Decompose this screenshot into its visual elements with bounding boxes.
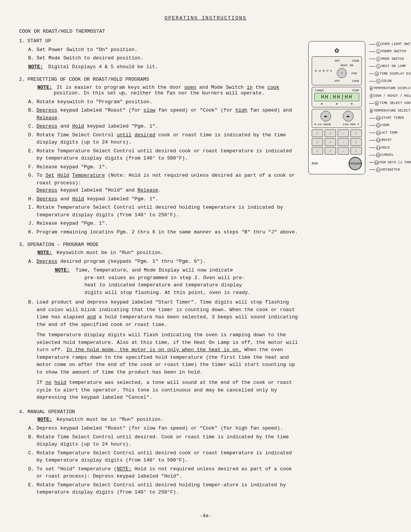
step-4-note: NOTE: Keyswitch must be in "Run" positio…: [37, 417, 301, 422]
diagram-column: ✿ P O W E R: [308, 41, 392, 502]
top-section: P O W E R OFF COOK H: [312, 56, 362, 85]
run-program-row: RUN PROGRAM: [312, 157, 362, 170]
step-4: 4. MANUAL OPERATION NOTE: Keyswitch must…: [19, 408, 301, 496]
step-2-h: H. Depress and Hold keypad labeled "Pgm.…: [28, 195, 301, 203]
step-3-header: 3. OPERATION – PROGRAM MODE: [19, 241, 301, 249]
temp-knob[interactable]: ◀▶: [343, 111, 354, 121]
step-1-num: 1.: [19, 37, 25, 45]
step-4-c: C. Rotate Temperature Select Control unt…: [28, 449, 301, 464]
display-section: TIMER TEMP HH:HH|HH ● ● ●: [312, 87, 362, 107]
step-1-b: B. Set Mode Switch to desired position.: [28, 54, 301, 62]
step-2-c: C. Depress and Hold keypad labeled "Pgm.…: [28, 123, 301, 130]
step-2-f: F. Release keypad "Pgm. 1".: [28, 163, 301, 171]
step-1-title: START UP: [27, 37, 51, 45]
step-4-e: E. Rotate Temperature Select Control unt…: [28, 481, 301, 496]
label-13: 13 ROAST: [369, 138, 411, 142]
display-digits: HH:HH|HH: [314, 93, 359, 101]
heat-on-label: HEAT ON: [335, 64, 359, 67]
step-2-j: J. Release keypad "Pgm. 1".: [28, 220, 301, 227]
label-6: 6 TEMPERATURE DISPLAY DIGITS: [369, 86, 411, 91]
step-2-g: G. To Set Hold Temperature (Note: Hold i…: [28, 172, 301, 194]
sun-icon: ✿: [312, 45, 362, 55]
label-10: 10 START TIMER: [369, 116, 411, 120]
step-3-a: A. Depress desired program (keypads "Pgm…: [28, 258, 301, 297]
step-1-a: A. Set Power Switch to "On" position.: [28, 46, 301, 54]
step-2: 2. PRESETTING OF COOK OR ROAST/HOLD PROG…: [19, 76, 301, 236]
page-number: -4a-: [19, 513, 392, 519]
label-3: 3 HEAT ON LAMP: [369, 64, 411, 69]
step-4-header: 4. MANUAL OPERATION: [19, 408, 301, 416]
key-slash-6[interactable]: /: [350, 138, 362, 146]
page-title: OPERATING INSTRUCTIONS: [19, 15, 392, 21]
step-1: 1. START UP A. Set Power Switch to "On" …: [19, 37, 301, 70]
label-7: 7 COOK / ROAST / HOLD LIGHTS: [369, 94, 411, 98]
power-label: P O W E R: [314, 59, 333, 83]
program-knob[interactable]: PROGRAM: [349, 157, 362, 170]
fan-label: FAN: [351, 72, 357, 75]
key-slash-1[interactable]: /: [312, 129, 323, 137]
label-5: 5 COLON: [369, 79, 411, 83]
keypad-row-2: / / - /: [312, 138, 362, 146]
step-4-a: A. Depress keypad labeled "Roast" (for s…: [28, 425, 301, 432]
step-1-note: NOTE: Digital Displays 4 & 5 should be l…: [28, 63, 301, 71]
step-2-k: K. Program remaining locatins Pgm. 2 thr…: [28, 228, 301, 236]
label-15: 15 CANCEL: [369, 153, 411, 157]
label-1: 1 POWER SWITCH: [369, 49, 411, 54]
label-11: 11 COOK: [369, 123, 411, 128]
run-label: RUN: [312, 162, 318, 166]
label-8: 8 TIME SELECT CONTROL: [369, 101, 411, 105]
diagram-area: ✿ P O W E R: [308, 41, 392, 174]
key-slash-3[interactable]: /: [350, 129, 362, 137]
step-3: 3. OPERATION – PROGRAM MODE NOTE: Keyswi…: [19, 241, 301, 403]
step-2-header: 2. PRESETTING OF COOK OR ROAST/HOLD PROG…: [19, 76, 301, 83]
step-4-b: B. Rotate Time Select Control until desi…: [28, 433, 301, 448]
label-12: 12 ACT TEMP: [369, 131, 411, 135]
label-9: 9 TEMPERATURE SELECT CONTROL: [369, 109, 411, 113]
keypad-section: / / - / / / - / / /: [312, 129, 362, 155]
key-slash-8[interactable]: /: [325, 147, 336, 155]
keypad-row-3: / / - /: [312, 147, 362, 155]
label-17: 17 KEYSWITCH: [369, 168, 411, 172]
step-2-b: B. Depress keypad labeled "Roast" (for s…: [28, 107, 301, 121]
step-2-note: NOTE: It is easier to program keys with …: [28, 85, 301, 96]
key-dash-2[interactable]: -: [338, 138, 349, 146]
keypad-row-1: / / - /: [312, 129, 362, 137]
key-slash-4[interactable]: /: [312, 138, 323, 146]
step-4-d: D. To set "Hold" temperature (NOTE: Hold…: [28, 465, 301, 480]
step-3-b: B. Load product and depress keypad label…: [28, 299, 301, 403]
step-2-d: D. Rotate Time Select Control until desi…: [28, 131, 301, 146]
time-knob[interactable]: ◀▶: [320, 111, 331, 121]
label-14: 14 HOLD: [369, 145, 411, 150]
label-16: 16 PGM KEYS (1 THRU 6): [369, 160, 411, 165]
step-1-header: 1. START UP: [19, 37, 301, 45]
key-dash-1[interactable]: -: [338, 129, 349, 137]
oven-diagram: ✿ P O W E R: [308, 41, 365, 174]
section-header: COOK OR ROAST/HOLD THERMOSTAT: [19, 29, 392, 34]
key-dash-3[interactable]: -: [338, 147, 349, 155]
label-2: 2 MODE SWITCH: [369, 57, 411, 61]
key-slash-7[interactable]: /: [312, 147, 323, 155]
step-2-i: I. Rotate Temperature Select Control unt…: [28, 204, 301, 219]
step-1-items: A. Set Power Switch to "On" position. B.…: [28, 46, 301, 71]
label-4: 4 TIME DISPLAY DIGITS: [369, 72, 411, 76]
power-knob[interactable]: ○: [337, 68, 347, 78]
key-slash-2[interactable]: /: [325, 129, 336, 137]
step-3-note: NOTE: Keyswitch must be in "Run" positio…: [37, 250, 301, 256]
text-column: 1. START UP A. Set Power Switch to "On" …: [19, 37, 301, 502]
control-section: ◀▶ ◀▶ 0-24 HOUR 140-500 F: [312, 109, 362, 128]
step-2-items: A. Rotate keyswitch to "Program" positio…: [28, 98, 301, 236]
step-2-a: A. Rotate keyswitch to "Program" positio…: [28, 98, 301, 106]
key-slash-5[interactable]: /: [325, 138, 336, 146]
label-A: A OVEN LIGHT SWITCH: [369, 42, 411, 46]
key-slash-9[interactable]: /: [350, 147, 362, 155]
page-container: OPERATING INSTRUCTIONS COOK OR ROAST/HOL…: [19, 15, 392, 519]
step-2-e: E. Rotate Temperature Select Control unt…: [28, 147, 301, 162]
diagram-labels: A OVEN LIGHT SWITCH 1 POWER SWITCH 2 MOD…: [369, 41, 411, 174]
